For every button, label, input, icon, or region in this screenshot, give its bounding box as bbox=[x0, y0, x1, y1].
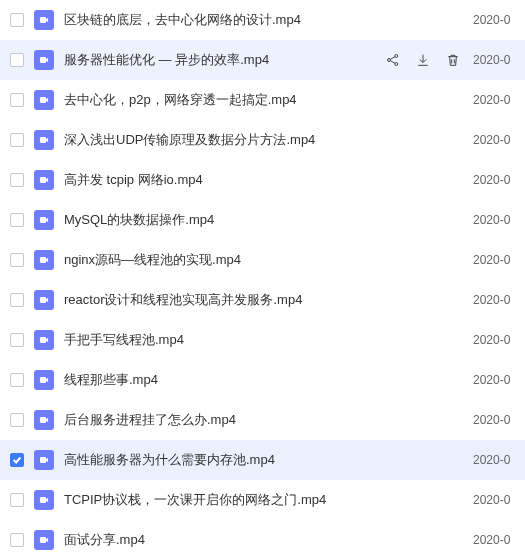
file-row[interactable]: 深入浅出UDP传输原理及数据分片方法.mp42020-0 bbox=[0, 120, 525, 160]
file-date: 2020-0 bbox=[473, 293, 521, 307]
checkbox[interactable] bbox=[10, 253, 24, 267]
file-row[interactable]: 服务器性能优化 — 异步的效率.mp42020-0 bbox=[0, 40, 525, 80]
file-name[interactable]: 服务器性能优化 — 异步的效率.mp4 bbox=[64, 51, 385, 69]
video-file-icon bbox=[34, 530, 54, 550]
svg-point-7 bbox=[395, 63, 398, 66]
file-date: 2020-0 bbox=[473, 333, 521, 347]
file-name[interactable]: MySQL的块数据操作.mp4 bbox=[64, 211, 473, 229]
video-file-icon bbox=[34, 370, 54, 390]
file-date: 2020-0 bbox=[473, 453, 521, 467]
file-name[interactable]: 去中心化，p2p，网络穿透一起搞定.mp4 bbox=[64, 91, 473, 109]
download-icon[interactable] bbox=[415, 52, 431, 68]
file-date: 2020-0 bbox=[473, 253, 521, 267]
checkbox[interactable] bbox=[10, 493, 24, 507]
checkbox[interactable] bbox=[10, 133, 24, 147]
svg-line-9 bbox=[390, 61, 395, 64]
video-file-icon bbox=[34, 210, 54, 230]
video-file-icon bbox=[34, 50, 54, 70]
share-icon[interactable] bbox=[385, 52, 401, 68]
checkbox[interactable] bbox=[10, 453, 24, 467]
file-date: 2020-0 bbox=[473, 173, 521, 187]
file-list: 区块链的底层，去中心化网络的设计.mp42020-0服务器性能优化 — 异步的效… bbox=[0, 0, 525, 557]
checkbox[interactable] bbox=[10, 413, 24, 427]
row-actions bbox=[385, 52, 461, 68]
file-name[interactable]: 面试分享.mp4 bbox=[64, 531, 473, 549]
file-name[interactable]: 高性能服务器为什么需要内存池.mp4 bbox=[64, 451, 473, 469]
checkbox[interactable] bbox=[10, 333, 24, 347]
file-date: 2020-0 bbox=[473, 373, 521, 387]
checkbox[interactable] bbox=[10, 373, 24, 387]
svg-point-5 bbox=[388, 59, 391, 62]
file-row[interactable]: 高并发 tcpip 网络io.mp42020-0 bbox=[0, 160, 525, 200]
file-row[interactable]: 面试分享.mp42020-0 bbox=[0, 520, 525, 557]
checkbox[interactable] bbox=[10, 13, 24, 27]
checkbox[interactable] bbox=[10, 93, 24, 107]
file-row[interactable]: MySQL的块数据操作.mp42020-0 bbox=[0, 200, 525, 240]
video-file-icon bbox=[34, 410, 54, 430]
delete-icon[interactable] bbox=[445, 52, 461, 68]
file-date: 2020-0 bbox=[473, 493, 521, 507]
file-row[interactable]: 手把手写线程池.mp42020-0 bbox=[0, 320, 525, 360]
file-row[interactable]: reactor设计和线程池实现高并发服务.mp42020-0 bbox=[0, 280, 525, 320]
file-name[interactable]: 手把手写线程池.mp4 bbox=[64, 331, 473, 349]
file-row[interactable]: 区块链的底层，去中心化网络的设计.mp42020-0 bbox=[0, 0, 525, 40]
video-file-icon bbox=[34, 450, 54, 470]
video-file-icon bbox=[34, 490, 54, 510]
file-row[interactable]: nginx源码—线程池的实现.mp42020-0 bbox=[0, 240, 525, 280]
checkbox[interactable] bbox=[10, 213, 24, 227]
file-row[interactable]: TCPIP协议栈，一次课开启你的网络之门.mp42020-0 bbox=[0, 480, 525, 520]
file-date: 2020-0 bbox=[473, 213, 521, 227]
file-row[interactable]: 去中心化，p2p，网络穿透一起搞定.mp42020-0 bbox=[0, 80, 525, 120]
file-date: 2020-0 bbox=[473, 93, 521, 107]
checkbox[interactable] bbox=[10, 173, 24, 187]
video-file-icon bbox=[34, 290, 54, 310]
video-file-icon bbox=[34, 330, 54, 350]
checkbox[interactable] bbox=[10, 293, 24, 307]
video-file-icon bbox=[34, 250, 54, 270]
checkbox[interactable] bbox=[10, 53, 24, 67]
file-name[interactable]: 线程那些事.mp4 bbox=[64, 371, 473, 389]
video-file-icon bbox=[34, 10, 54, 30]
file-date: 2020-0 bbox=[473, 53, 521, 67]
file-date: 2020-0 bbox=[473, 413, 521, 427]
file-row[interactable]: 线程那些事.mp42020-0 bbox=[0, 360, 525, 400]
file-name[interactable]: 区块链的底层，去中心化网络的设计.mp4 bbox=[64, 11, 473, 29]
file-row[interactable]: 高性能服务器为什么需要内存池.mp42020-0 bbox=[0, 440, 525, 480]
file-row[interactable]: 后台服务进程挂了怎么办.mp42020-0 bbox=[0, 400, 525, 440]
file-name[interactable]: 高并发 tcpip 网络io.mp4 bbox=[64, 171, 473, 189]
checkbox[interactable] bbox=[10, 533, 24, 547]
svg-point-6 bbox=[395, 55, 398, 58]
file-date: 2020-0 bbox=[473, 533, 521, 547]
video-file-icon bbox=[34, 130, 54, 150]
file-name[interactable]: 深入浅出UDP传输原理及数据分片方法.mp4 bbox=[64, 131, 473, 149]
file-date: 2020-0 bbox=[473, 133, 521, 147]
file-date: 2020-0 bbox=[473, 13, 521, 27]
svg-line-8 bbox=[390, 57, 395, 60]
video-file-icon bbox=[34, 170, 54, 190]
file-name[interactable]: TCPIP协议栈，一次课开启你的网络之门.mp4 bbox=[64, 491, 473, 509]
file-name[interactable]: nginx源码—线程池的实现.mp4 bbox=[64, 251, 473, 269]
video-file-icon bbox=[34, 90, 54, 110]
file-name[interactable]: reactor设计和线程池实现高并发服务.mp4 bbox=[64, 291, 473, 309]
file-name[interactable]: 后台服务进程挂了怎么办.mp4 bbox=[64, 411, 473, 429]
